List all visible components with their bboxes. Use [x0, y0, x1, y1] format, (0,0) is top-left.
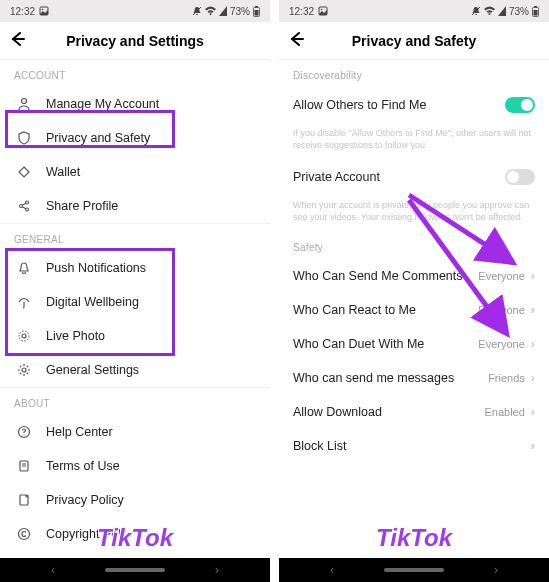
svg-point-3	[209, 13, 211, 15]
help-icon	[14, 425, 34, 439]
nav-back-icon[interactable]: ‹	[330, 563, 334, 577]
person-icon	[14, 97, 34, 111]
status-battery: 73%	[230, 6, 250, 17]
chevron-right-icon: ›	[531, 371, 535, 385]
row-who-messages[interactable]: Who can send me messages Friends ›	[279, 361, 549, 395]
row-who-comments[interactable]: Who Can Send Me Comments Everyone ›	[279, 259, 549, 293]
nav-forward-icon[interactable]: ›	[215, 563, 219, 577]
wifi-icon	[205, 6, 216, 16]
svg-point-27	[488, 13, 490, 15]
row-label: Privacy Policy	[46, 493, 256, 507]
toggle-allow-find-me[interactable]	[505, 97, 535, 113]
content: Discoverability Allow Others to Find Me …	[279, 60, 549, 558]
header: Privacy and Settings	[0, 22, 270, 60]
bell-off-icon	[471, 6, 481, 16]
section-discoverability-label: Discoverability	[279, 60, 549, 87]
picture-icon	[318, 6, 328, 16]
battery-icon	[253, 6, 260, 17]
section-about-label: ABOUT	[0, 388, 270, 415]
row-value: Everyone	[478, 304, 524, 316]
row-label: Live Photo	[46, 329, 256, 343]
page-title: Privacy and Safety	[352, 33, 477, 49]
bell-off-icon	[192, 6, 202, 16]
row-general-settings[interactable]: General Settings	[0, 353, 270, 387]
page-title: Privacy and Settings	[66, 33, 204, 49]
row-who-react[interactable]: Who Can React to Me Everyone ›	[279, 293, 549, 327]
row-label: Digital Wellbeing	[46, 295, 256, 309]
nav-home-pill[interactable]	[105, 568, 165, 572]
header: Privacy and Safety	[279, 22, 549, 60]
nav-home-pill[interactable]	[384, 568, 444, 572]
nav-bar: ‹ ›	[0, 558, 270, 582]
content: ACCOUNT Manage My Account Privacy and Sa…	[0, 60, 270, 558]
row-digital-wellbeing[interactable]: Digital Wellbeing	[0, 285, 270, 319]
status-bar: 12:32 73%	[0, 0, 270, 22]
row-share-profile[interactable]: Share Profile	[0, 189, 270, 223]
row-label: Allow Others to Find Me	[293, 98, 505, 112]
toggle-private-account[interactable]	[505, 169, 535, 185]
svg-point-8	[22, 99, 27, 104]
row-allow-find-me[interactable]: Allow Others to Find Me	[279, 87, 549, 123]
battery-icon	[532, 6, 539, 17]
row-manage-account[interactable]: Manage My Account	[0, 87, 270, 121]
svg-rect-6	[255, 10, 259, 16]
row-wallet[interactable]: Wallet	[0, 155, 270, 189]
row-label: Terms of Use	[46, 459, 256, 473]
wifi-icon	[484, 6, 495, 16]
hint-private: When your account is private, only peopl…	[279, 195, 549, 231]
svg-point-15	[19, 331, 29, 341]
status-bar: 12:32 73%	[279, 0, 549, 22]
document-icon	[14, 459, 34, 473]
row-block-list[interactable]: Block List ›	[279, 429, 549, 463]
section-safety-label: Safety	[279, 232, 549, 259]
svg-point-25	[321, 9, 323, 11]
row-live-photo[interactable]: Live Photo	[0, 319, 270, 353]
privacy-doc-icon	[14, 493, 34, 507]
picture-icon	[39, 6, 49, 16]
nav-bar: ‹ ›	[279, 558, 549, 582]
nav-forward-icon[interactable]: ›	[494, 563, 498, 577]
umbrella-icon	[14, 295, 34, 309]
row-value: Everyone	[478, 270, 524, 282]
row-push-notifications[interactable]: Push Notifications	[0, 251, 270, 285]
wallet-icon	[14, 165, 34, 179]
section-account-label: ACCOUNT	[0, 60, 270, 87]
chevron-right-icon: ›	[531, 337, 535, 351]
gear-icon	[14, 363, 34, 377]
row-label: Manage My Account	[46, 97, 256, 111]
row-label: General Settings	[46, 363, 256, 377]
chevron-right-icon: ›	[531, 303, 535, 317]
row-label: Private Account	[293, 170, 505, 184]
share-icon	[14, 199, 34, 213]
row-who-duet[interactable]: Who Can Duet With Me Everyone ›	[279, 327, 549, 361]
chevron-right-icon: ›	[531, 269, 535, 283]
row-value: Friends	[488, 372, 525, 384]
row-value: Everyone	[478, 338, 524, 350]
status-time: 12:32	[289, 6, 314, 17]
svg-line-12	[22, 203, 26, 205]
chevron-right-icon: ›	[531, 439, 535, 453]
svg-point-23	[19, 529, 30, 540]
svg-point-1	[42, 9, 44, 11]
row-label: Share Profile	[46, 199, 256, 213]
row-allow-download[interactable]: Allow Download Enabled ›	[279, 395, 549, 429]
row-private-account[interactable]: Private Account	[279, 159, 549, 195]
row-value: Enabled	[484, 406, 524, 418]
live-photo-icon	[14, 329, 34, 343]
row-label: Who Can React to Me	[293, 303, 478, 317]
row-copyright-policy[interactable]: Copyright Poli	[0, 517, 270, 551]
signal-icon	[498, 6, 506, 16]
row-terms-of-use[interactable]: Terms of Use	[0, 449, 270, 483]
back-button[interactable]	[8, 30, 26, 52]
back-button[interactable]	[287, 30, 305, 52]
row-label: Allow Download	[293, 405, 484, 419]
row-help-center[interactable]: Help Center	[0, 415, 270, 449]
row-privacy-safety[interactable]: Privacy and Safety	[0, 121, 270, 155]
chevron-right-icon: ›	[531, 405, 535, 419]
status-battery: 73%	[509, 6, 529, 17]
row-label: Who Can Duet With Me	[293, 337, 478, 351]
row-privacy-policy[interactable]: Privacy Policy	[0, 483, 270, 517]
row-label: Push Notifications	[46, 261, 256, 275]
nav-back-icon[interactable]: ‹	[51, 563, 55, 577]
shield-icon	[14, 131, 34, 145]
